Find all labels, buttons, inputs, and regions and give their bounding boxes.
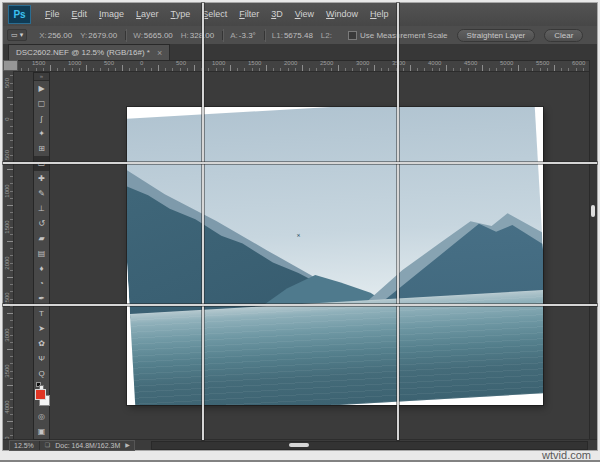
tool-icon: ▰ — [38, 234, 44, 243]
chevron-down-icon: ▾ — [20, 31, 24, 39]
measurement-field: A:-3.3° — [222, 31, 256, 40]
custom-shape-tool[interactable]: ✿ — [34, 336, 49, 351]
field-value: -3.3° — [239, 31, 256, 40]
ruler-label: 0 — [4, 109, 10, 129]
tool-icon: ⊥ — [38, 204, 45, 213]
photo-layer: ✕ — [127, 107, 543, 405]
horizontal-scrollbar[interactable] — [151, 441, 588, 450]
clone-stamp-tool[interactable]: ⊥ — [34, 201, 49, 216]
tool-icon: ʃ — [41, 114, 43, 123]
menu-item[interactable]: 3D — [265, 3, 289, 26]
type-tool[interactable]: T — [34, 306, 49, 321]
menu-item[interactable]: Type — [165, 3, 197, 26]
gradient-tool[interactable]: ▤ — [34, 246, 49, 261]
clear-button[interactable]: Clear — [544, 29, 583, 42]
tool-icon: ✚ — [38, 174, 45, 183]
document-tab[interactable]: DSC2602.NEF @ 12.5% (RGB/16#) * × — [8, 44, 170, 60]
document-canvas[interactable]: ✕ — [127, 107, 543, 405]
quick-selection-tool[interactable]: ✦ — [34, 126, 49, 141]
quick-mask-mode-button[interactable]: ◎ — [34, 409, 49, 424]
ruler-label: 2000 — [4, 253, 10, 273]
options-bar: ▭ ▾ X:256.00 Y:2679.00 W:5665.00 H:328.0… — [3, 26, 597, 45]
use-measurement-scale-label: Use Measurement Scale — [360, 31, 448, 40]
menu-item[interactable]: Edit — [66, 3, 94, 26]
menu-item[interactable]: Help — [364, 3, 395, 26]
tool-icon: ➤ — [38, 324, 45, 333]
vertical-scrollbar[interactable] — [589, 60, 597, 440]
horizontal-ruler[interactable]: 1500100050005001000150020002500300035004… — [13, 60, 590, 72]
straighten-layer-button[interactable]: Straighten Layer — [457, 29, 536, 42]
use-measurement-scale-checkbox[interactable] — [348, 31, 357, 40]
menu-item[interactable]: Filter — [233, 3, 265, 26]
path-selection-tool[interactable]: ➤ — [34, 321, 49, 336]
tool-icon: ▣ — [38, 427, 46, 436]
vertical-guide-line — [202, 3, 204, 440]
menu-item[interactable]: File — [39, 3, 66, 26]
history-brush-tool[interactable]: ↺ — [34, 216, 49, 231]
measurement-field: L1:5675.48 — [264, 31, 313, 40]
menu-item[interactable]: Window — [320, 3, 364, 26]
measurement-field: W:5665.00 — [125, 31, 173, 40]
lasso-tool[interactable]: ʃ — [34, 111, 49, 126]
ruler-tool-icon: ▭ — [11, 31, 18, 39]
tool-icon: ✎ — [38, 189, 45, 198]
zoom-level-field[interactable]: 12.5% — [14, 441, 40, 450]
brush-tool[interactable]: ✎ — [34, 186, 49, 201]
tool-icon: T — [39, 309, 44, 318]
horizontal-guide-line — [3, 304, 597, 306]
field-label: Y: — [80, 31, 87, 40]
tool-icon: ✦ — [38, 129, 45, 138]
tool-icon: ▢ — [38, 99, 46, 108]
eraser-tool[interactable]: ▰ — [34, 231, 49, 246]
menu-bar: Ps FileEditImageLayerTypeSelectFilter3DV… — [3, 3, 597, 27]
foreground-color-swatch[interactable] — [35, 389, 46, 400]
tool-icon: ⊞ — [38, 144, 45, 153]
tool-icon: ♦ — [39, 264, 43, 273]
status-bar: 12.5% ❏ Doc: 164.8M/162.3M ▶ — [9, 440, 135, 451]
blur-tool[interactable]: ♦ — [34, 261, 49, 276]
field-label: L2: — [321, 31, 332, 40]
tool-icon: ▶ — [38, 84, 44, 93]
ruler-label: 4000 — [4, 397, 10, 417]
field-label: W: — [133, 31, 143, 40]
measurement-field: Y:2679.00 — [78, 31, 117, 40]
hand-tool[interactable]: Ψ — [34, 351, 49, 366]
rectangular-marquee-tool[interactable]: ▢ — [34, 96, 49, 111]
tool-preset-picker[interactable]: ▭ ▾ — [7, 29, 27, 41]
ruler-label: 1500 — [4, 217, 10, 237]
field-value: 5675.48 — [284, 31, 313, 40]
spot-healing-brush-tool[interactable]: ✚ — [34, 171, 49, 186]
vertical-ruler[interactable]: 500050010001500200025003000350040004500 — [3, 60, 14, 440]
screen-mode-button[interactable]: ▣ — [34, 424, 49, 439]
document-tab-bar: DSC2602.NEF @ 12.5% (RGB/16#) * × — [3, 44, 597, 61]
tools-panel-header[interactable]: » — [34, 73, 49, 81]
vertical-scrollbar-thumb[interactable] — [591, 205, 595, 217]
field-value: 5665.00 — [144, 31, 173, 40]
ruler-label: 3000 — [4, 325, 10, 345]
field-value: 2679.00 — [88, 31, 117, 40]
menu-item[interactable]: View — [289, 3, 320, 26]
tool-icon: ✒ — [38, 294, 45, 303]
zoom-tool[interactable]: Q — [34, 366, 49, 381]
ruler-label: 1000 — [4, 181, 10, 201]
document-tab-title: DSC2602.NEF @ 12.5% (RGB/16#) * — [16, 48, 150, 57]
measurement-field: X:256.00 — [37, 31, 72, 40]
ruler-origin[interactable] — [3, 60, 18, 71]
status-row: 12.5% ❏ Doc: 164.8M/162.3M ▶ — [3, 439, 597, 450]
bird-marker: ✕ — [296, 233, 300, 238]
vertical-guide-line — [397, 3, 399, 440]
tool-icon: Ψ — [38, 354, 45, 363]
horizontal-scrollbar-thumb[interactable] — [289, 443, 309, 447]
menu-item[interactable]: Image — [93, 3, 130, 26]
status-menu-arrow-icon[interactable]: ▶ — [125, 441, 130, 450]
menu-item[interactable]: Layer — [130, 3, 165, 26]
close-icon[interactable]: × — [157, 49, 162, 57]
dodge-tool[interactable]: ◔ — [34, 276, 49, 291]
ruler-label: 3500 — [4, 361, 10, 381]
tool-icon: ◔ — [39, 279, 44, 288]
crop-tool[interactable]: ⊞ — [34, 141, 49, 156]
measurement-field: L2: — [319, 31, 333, 40]
horizontal-guide-line — [3, 162, 597, 164]
move-tool[interactable]: ▶ — [34, 81, 49, 96]
tools-panel: » ▶▢ʃ✦⊞▭✚✎⊥↺▰▤♦◔✒T➤✿ΨQ ◎▣ — [33, 72, 50, 440]
